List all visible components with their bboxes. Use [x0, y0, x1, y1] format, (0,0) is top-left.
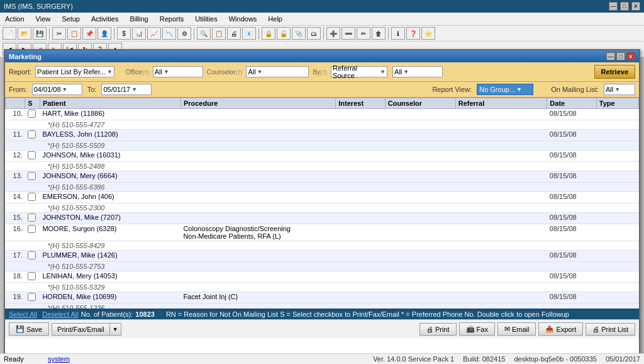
by-value: Referral Source	[333, 64, 379, 79]
menu-action[interactable]: Action	[3, 14, 27, 24]
win-maximize[interactable]: □	[616, 52, 625, 60]
type-cell	[596, 224, 638, 241]
date-cell: 08/15/08	[547, 213, 596, 224]
procedure-cell	[180, 130, 335, 141]
tb-b17[interactable]: ✏	[357, 27, 370, 40]
tb-b15[interactable]: ➕	[326, 27, 340, 40]
tb-b14[interactable]: 🗂	[307, 27, 321, 40]
col-s: S	[25, 98, 40, 109]
menu-windows[interactable]: Windows	[226, 14, 260, 24]
row-checkbox[interactable]	[28, 151, 36, 159]
row-checkbox[interactable]	[28, 172, 36, 180]
tb-open[interactable]: 📂	[18, 27, 31, 40]
tb-b12[interactable]: 🔓	[277, 27, 291, 40]
export-button[interactable]: 📤 Export	[538, 322, 583, 336]
save-button[interactable]: 💾 Save	[9, 322, 49, 336]
tb-b2[interactable]: $	[117, 27, 131, 40]
to-date-input[interactable]: 05/01/17 ▼	[101, 84, 152, 95]
by-field-dropdown[interactable]: All ▼	[392, 66, 443, 77]
tb-b7[interactable]: 🔍	[197, 27, 211, 40]
tb-paste[interactable]: 📌	[82, 27, 96, 40]
patient-name: HART, Mike (11886)	[40, 109, 180, 120]
tb-b9[interactable]: 🖨	[227, 27, 241, 40]
table-row[interactable]: 15.JOHNSTON, Mike (7207)08/15/08	[6, 213, 639, 224]
tb-b16[interactable]: ➖	[341, 27, 355, 40]
row-checkbox[interactable]	[28, 251, 36, 259]
interest-cell	[336, 251, 385, 262]
mailing-dropdown[interactable]: All ▼	[604, 84, 635, 95]
tb-b19[interactable]: ℹ	[391, 27, 405, 40]
menu-reports[interactable]: Reports	[157, 14, 187, 24]
menu-billing[interactable]: Billing	[127, 14, 150, 24]
row-checkbox-cell	[25, 151, 40, 162]
print-icon: 🖨	[426, 326, 433, 333]
row-checkbox[interactable]	[28, 272, 36, 280]
by-label: By(7)	[313, 68, 327, 76]
table-row[interactable]: 14.EMERSON, John (406)08/15/08	[6, 192, 639, 203]
tb-copy[interactable]: 📋	[67, 27, 81, 40]
date-cell: 08/15/08	[547, 151, 596, 162]
procedure-cell	[180, 151, 335, 162]
row-checkbox[interactable]	[28, 293, 36, 301]
tb-b20[interactable]: ❓	[406, 27, 420, 40]
fax-button[interactable]: 📠 Fax	[459, 322, 495, 336]
print-list-button[interactable]: 🖨 Print List	[586, 323, 635, 336]
table-row[interactable]: 12.JOHNSON, Mike (16031)08/15/08	[6, 151, 639, 162]
office-dropdown[interactable]: All ▼	[153, 66, 203, 77]
type-cell	[596, 109, 638, 120]
tb-save[interactable]: 💾	[33, 27, 47, 40]
print-fax-email-arrow[interactable]: ▼	[109, 323, 121, 336]
menu-help[interactable]: Help	[265, 14, 285, 24]
row-number: 16.	[6, 224, 25, 241]
row-checkbox[interactable]	[28, 225, 36, 233]
maximize-button[interactable]: □	[620, 2, 629, 11]
email-button[interactable]: ✉ Email	[497, 322, 536, 336]
row-checkbox[interactable]	[28, 193, 36, 201]
retrieve-button[interactable]: Retrieve	[594, 65, 635, 79]
win-minimize[interactable]: —	[606, 52, 615, 60]
tb-b6[interactable]: ⚙	[177, 27, 191, 40]
select-all-link[interactable]: Select All	[9, 310, 37, 318]
table-row[interactable]: 10.HART, Mike (11886)08/15/08	[6, 109, 639, 120]
report-dropdown[interactable]: Patient List By Refer... ▼	[35, 66, 114, 77]
counselor-dropdown[interactable]: All ▼	[246, 66, 309, 77]
tb-cut[interactable]: ✂	[52, 27, 66, 40]
tb-b1[interactable]: 👤	[97, 27, 111, 40]
title-bar: IMS (IMS, SURGERY) — □ ✕	[0, 0, 644, 13]
tb-b11[interactable]: 🔒	[262, 27, 275, 40]
row-checkbox[interactable]	[28, 110, 36, 118]
win-close[interactable]: ✕	[626, 52, 635, 60]
menu-activities[interactable]: Activities	[89, 14, 121, 24]
menu-utilities[interactable]: Utilities	[192, 14, 219, 24]
row-checkbox[interactable]	[28, 213, 36, 222]
tb-b10[interactable]: 📧	[242, 27, 256, 40]
report-view-dropdown[interactable]: No Group... ▼	[477, 84, 533, 95]
tb-b18[interactable]: 🗑	[372, 27, 386, 40]
by-dropdown[interactable]: Referral Source ▼	[331, 66, 387, 77]
table-row[interactable]: 18.LENIHAN, Mery (14053)08/15/08	[6, 271, 639, 283]
tb-b3[interactable]: 📊	[132, 27, 146, 40]
table-row[interactable]: 19.HORDEN, Mike (10699)Facet Joint Inj (…	[6, 292, 639, 304]
tb-b8[interactable]: 📋	[212, 27, 226, 40]
system-link[interactable]: system	[48, 355, 70, 363]
print-fax-email-button[interactable]: Print/Fax/Email	[52, 323, 109, 336]
tb-b5[interactable]: 📉	[162, 27, 176, 40]
tb-new[interactable]: 📄	[3, 27, 16, 40]
minimize-button[interactable]: —	[609, 2, 618, 11]
table-row[interactable]: 13.JOHNSON, Mery (6664)08/15/08	[6, 171, 639, 183]
table-row[interactable]: 11.BAYLESS, John (11208)08/15/08	[6, 130, 639, 141]
menu-view[interactable]: View	[33, 14, 53, 24]
from-date-input[interactable]: 04/01/08 ▼	[32, 84, 82, 95]
table-row[interactable]: 17.PLUMMER, Mike (1426)08/15/08	[6, 251, 639, 262]
tb-b13[interactable]: 📎	[292, 27, 306, 40]
print-button[interactable]: 🖨 Print	[419, 323, 457, 336]
tb-b4[interactable]: 📈	[147, 27, 161, 40]
deselect-all-link[interactable]: Deselect All	[42, 310, 78, 318]
row-checkbox[interactable]	[28, 130, 36, 139]
tb-b21[interactable]: ⭐	[421, 27, 435, 40]
close-button[interactable]: ✕	[631, 2, 640, 11]
menu-setup[interactable]: Setup	[59, 14, 82, 24]
table-row[interactable]: 16.MOORE, Surgon (6328)Colonoscopy Diagn…	[6, 224, 639, 241]
patient-phone: *(H) 510-555-1236	[40, 304, 180, 309]
counselor-cell	[385, 251, 455, 262]
